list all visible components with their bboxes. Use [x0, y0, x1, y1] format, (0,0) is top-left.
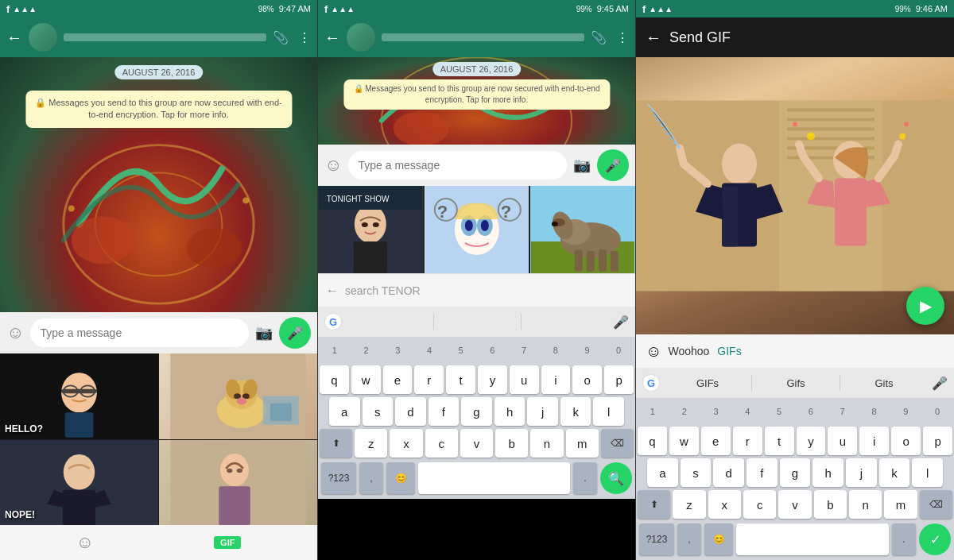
gif-cell-3[interactable]: NOPE!: [0, 440, 158, 526]
more-icon-1[interactable]: ⋮: [298, 30, 311, 45]
key-search[interactable]: 🔍: [600, 462, 632, 494]
key-q[interactable]: q: [320, 365, 349, 394]
key-x-p3[interactable]: x: [708, 490, 741, 519]
key-x[interactable]: x: [390, 429, 422, 458]
num-3-p3[interactable]: 3: [701, 400, 731, 423]
key-l[interactable]: l: [593, 397, 624, 426]
num-9[interactable]: 9: [572, 339, 603, 361]
sys-message-2[interactable]: 🔒 Messages you send to this group are no…: [343, 79, 610, 110]
key-n-p3[interactable]: n: [849, 490, 882, 519]
key-s[interactable]: s: [363, 397, 394, 426]
back-arrow-1[interactable]: ←: [6, 29, 22, 47]
key-r[interactable]: r: [414, 365, 444, 394]
more-icon-2[interactable]: ⋮: [616, 30, 629, 45]
key-checkmark[interactable]: ✓: [919, 523, 951, 555]
key-p[interactable]: p: [604, 365, 634, 394]
key-delete-p3[interactable]: ⌫: [920, 490, 952, 519]
key-g[interactable]: g: [461, 397, 492, 426]
num-4-p3[interactable]: 4: [732, 400, 762, 423]
clip-icon-1[interactable]: 📎: [273, 30, 289, 45]
gif-cell-1[interactable]: HELLO?: [0, 353, 158, 439]
key-y-p3[interactable]: y: [797, 427, 826, 455]
suggestion-item[interactable]: [347, 314, 432, 330]
gif-preview-large[interactable]: ▶: [636, 57, 954, 334]
key-h[interactable]: h: [494, 397, 525, 426]
num-0-p3[interactable]: 0: [922, 400, 952, 423]
message-input-2[interactable]: [348, 151, 567, 180]
key-t-p3[interactable]: t: [765, 427, 794, 455]
key-shift-p3[interactable]: ⬆: [638, 490, 670, 519]
key-f[interactable]: f: [429, 397, 460, 426]
key-m[interactable]: m: [566, 429, 599, 458]
key-b[interactable]: b: [495, 429, 528, 458]
woohoo-gif-link[interactable]: GIFs: [717, 345, 741, 357]
gif-button[interactable]: GIF: [214, 536, 241, 549]
tenor-search-placeholder[interactable]: search TENOR: [345, 284, 627, 297]
num-8[interactable]: 8: [541, 339, 571, 361]
key-v-p3[interactable]: v: [778, 490, 811, 519]
mic-button-2[interactable]: 🎤: [597, 149, 629, 181]
key-h-p3[interactable]: h: [812, 458, 843, 487]
camera-button-1[interactable]: 📷: [255, 324, 273, 342]
key-123[interactable]: ?123: [321, 462, 356, 494]
suggestion-gifs2[interactable]: Gifs: [753, 374, 839, 392]
num-6-p3[interactable]: 6: [796, 400, 826, 423]
key-y[interactable]: y: [478, 365, 507, 394]
send-button[interactable]: ▶: [906, 287, 944, 325]
key-j-p3[interactable]: j: [846, 458, 877, 487]
key-w[interactable]: w: [351, 365, 381, 394]
num-3[interactable]: 3: [382, 339, 413, 361]
key-l-p3[interactable]: l: [912, 458, 943, 487]
emoji-icon-bottom[interactable]: ☺: [76, 532, 94, 553]
suggestion-item-3[interactable]: [522, 314, 608, 330]
key-emoji-p3[interactable]: 😊: [704, 523, 733, 555]
message-input-1[interactable]: [30, 319, 249, 347]
camera-button-2[interactable]: 📷: [573, 156, 591, 174]
key-u-p3[interactable]: u: [828, 427, 857, 455]
emoji-button-1[interactable]: ☺: [6, 322, 24, 343]
num-9-p3[interactable]: 9: [890, 400, 921, 423]
key-o[interactable]: o: [572, 365, 602, 394]
key-delete[interactable]: ⌫: [601, 429, 634, 458]
num-1-p3[interactable]: 1: [638, 400, 668, 423]
key-s-p3[interactable]: s: [681, 458, 712, 487]
gif-preview-2[interactable]: ? ?: [425, 186, 529, 273]
key-a[interactable]: a: [329, 397, 360, 426]
key-i[interactable]: i: [541, 365, 571, 394]
num-7[interactable]: 7: [509, 339, 539, 361]
num-0[interactable]: 0: [603, 339, 634, 361]
key-w-p3[interactable]: w: [669, 427, 699, 455]
back-arrow-3[interactable]: ←: [646, 29, 661, 47]
key-e-p3[interactable]: e: [701, 427, 731, 455]
key-f-p3[interactable]: f: [747, 458, 778, 487]
key-j[interactable]: j: [527, 397, 558, 426]
key-period-p3[interactable]: .: [892, 523, 916, 555]
key-comma-p3[interactable]: ,: [677, 523, 701, 555]
key-space-p3[interactable]: [736, 523, 889, 555]
mic-button-1[interactable]: 🎤: [279, 317, 311, 349]
key-c[interactable]: c: [425, 429, 458, 458]
tenor-back-arrow[interactable]: ←: [326, 284, 339, 298]
key-period[interactable]: .: [573, 462, 597, 494]
kb-mic-3[interactable]: 🎤: [932, 376, 948, 391]
key-k-p3[interactable]: k: [879, 458, 910, 487]
num-2-p3[interactable]: 2: [669, 400, 700, 423]
key-z[interactable]: z: [355, 429, 387, 458]
num-5[interactable]: 5: [446, 339, 476, 361]
key-space[interactable]: [418, 462, 570, 494]
key-comma[interactable]: ,: [359, 462, 383, 494]
gif-preview-1[interactable]: TONIGHT SHOW: [318, 186, 423, 273]
gif-cell-2[interactable]: [159, 353, 317, 439]
key-c-p3[interactable]: c: [743, 490, 776, 519]
emoji-button-2[interactable]: ☺: [324, 155, 342, 176]
key-d-p3[interactable]: d: [713, 458, 744, 487]
key-n[interactable]: n: [530, 429, 563, 458]
key-u[interactable]: u: [510, 365, 539, 394]
gif-preview-3[interactable]: [530, 186, 635, 273]
key-g-p3[interactable]: g: [780, 458, 811, 487]
kb-mic-2[interactable]: 🎤: [613, 315, 629, 330]
key-z-p3[interactable]: z: [673, 490, 705, 519]
key-v[interactable]: v: [460, 429, 493, 458]
key-b-p3[interactable]: b: [814, 490, 847, 519]
key-t[interactable]: t: [446, 365, 475, 394]
